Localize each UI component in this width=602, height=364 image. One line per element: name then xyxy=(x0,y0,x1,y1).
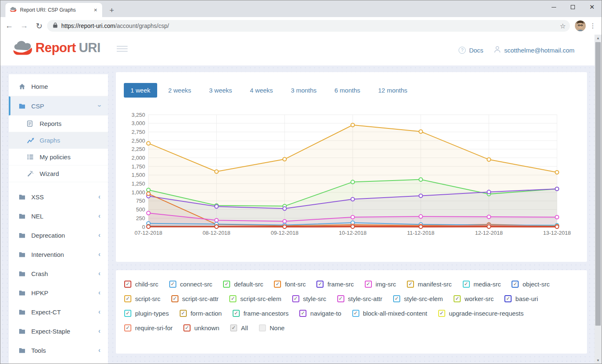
legend-item-default-src[interactable]: ✓default-src xyxy=(223,281,263,288)
tab-close-icon[interactable]: ✕ xyxy=(92,7,99,13)
checkbox-all[interactable]: ✓ xyxy=(230,324,237,331)
sidebar-item-home[interactable]: Home xyxy=(9,77,108,96)
checkbox-block-all-mixed-content[interactable]: ✓ xyxy=(352,310,359,317)
tab-3-months[interactable]: 3 months xyxy=(284,83,324,98)
checkbox-object-src[interactable]: ✓ xyxy=(512,281,519,288)
address-bar[interactable]: https://report-uri.com/account/graphs/cs… xyxy=(47,20,570,32)
legend-item-base-uri[interactable]: ✓base-uri xyxy=(504,295,538,302)
sidebar-item-tools[interactable]: Tools‹ xyxy=(9,341,108,360)
checkbox-unknown[interactable]: ✓ xyxy=(183,324,191,331)
legend-item-worker-src[interactable]: ✓worker-src xyxy=(454,295,494,302)
checkbox-script-src-attr[interactable]: ✓ xyxy=(171,295,178,302)
legend-item-unknown[interactable]: ✓unknown xyxy=(183,324,219,331)
window-maximize-button[interactable] xyxy=(563,0,582,14)
tab-1-week[interactable]: 1 week xyxy=(124,83,157,98)
sidebar-item-crash[interactable]: Crash‹ xyxy=(9,264,108,283)
legend-item-child-src[interactable]: ✓child-src xyxy=(124,281,158,288)
account-link[interactable]: scotthelme@hotmail.com xyxy=(494,46,574,54)
checkbox-manifest-src[interactable]: ✓ xyxy=(407,281,414,288)
window-close-button[interactable]: ✕ xyxy=(582,0,602,14)
checkbox-default-src[interactable]: ✓ xyxy=(223,281,230,288)
sidebar-item-deprecation[interactable]: Deprecation‹ xyxy=(9,226,108,245)
tab-6-months[interactable]: 6 months xyxy=(328,83,367,98)
legend-item-script-src-elem[interactable]: ✓script-src-elem xyxy=(229,295,281,302)
browser-tab[interactable]: Report URI: CSP Graphs ✕ xyxy=(5,3,102,17)
hamburger-menu-icon[interactable] xyxy=(117,46,128,53)
sidebar-item-intervention[interactable]: Intervention‹ xyxy=(9,245,108,264)
sidebar-item-reports[interactable]: Reports xyxy=(9,115,108,132)
docs-link[interactable]: ? Docs xyxy=(459,47,483,54)
checkbox-style-src[interactable]: ✓ xyxy=(292,295,299,302)
checkbox-style-src-elem[interactable]: ✓ xyxy=(393,295,400,302)
legend-item-font-src[interactable]: ✓font-src xyxy=(274,281,306,288)
sidebar-item-my-policies[interactable]: My policies xyxy=(9,149,108,166)
legend-item-script-src[interactable]: ✓script-src xyxy=(124,295,161,302)
checkbox-upgrade-insecure-requests[interactable]: ✓ xyxy=(438,310,445,317)
checkbox-plugin-types[interactable]: ✓ xyxy=(124,310,131,317)
legend-item-navigate-to[interactable]: ✓navigate-to xyxy=(299,310,341,317)
legend-item-style-src[interactable]: ✓style-src xyxy=(292,295,326,302)
checkbox-worker-src[interactable]: ✓ xyxy=(454,295,461,302)
sidebar-item-nel[interactable]: NEL‹ xyxy=(9,206,108,226)
checkbox-connect-src[interactable]: ✓ xyxy=(169,281,176,288)
legend-item-frame-ancestors[interactable]: ✓frame-ancestors xyxy=(233,310,288,317)
checkbox-navigate-to[interactable]: ✓ xyxy=(299,310,306,317)
checkbox-font-src[interactable]: ✓ xyxy=(274,281,281,288)
new-tab-button[interactable]: + xyxy=(106,5,117,16)
checkbox-form-action[interactable]: ✓ xyxy=(180,310,187,317)
sidebar-item-csp[interactable]: CSP› xyxy=(9,96,108,115)
sidebar-item-hpkp[interactable]: HPKP‹ xyxy=(9,283,108,302)
scrollbar-thumb[interactable] xyxy=(595,42,601,326)
legend-item-connect-src[interactable]: ✓connect-src xyxy=(169,281,213,288)
legend-item-img-src[interactable]: ✓img-src xyxy=(365,281,396,288)
legend-item-script-src-attr[interactable]: ✓script-src-attr xyxy=(171,295,219,302)
legend-item-none[interactable]: None xyxy=(259,324,285,331)
back-button[interactable]: ← xyxy=(3,20,15,32)
checkmark-icon: ✓ xyxy=(513,281,517,286)
legend-item-style-src-attr[interactable]: ✓style-src-attr xyxy=(337,295,383,302)
browser-menu-icon[interactable]: ⋮ xyxy=(587,20,598,31)
checkbox-img-src[interactable]: ✓ xyxy=(365,281,372,288)
legend-item-upgrade-insecure-requests[interactable]: ✓upgrade-insecure-requests xyxy=(438,310,524,317)
legend-label: style-src xyxy=(303,295,326,302)
checkbox-script-src-elem[interactable]: ✓ xyxy=(229,295,236,302)
checkbox-frame-src[interactable]: ✓ xyxy=(316,281,324,288)
checkbox-script-src[interactable]: ✓ xyxy=(124,295,131,302)
legend-item-all[interactable]: ✓All xyxy=(230,324,248,331)
scrollbar-down-arrow[interactable]: ▼ xyxy=(594,357,602,364)
checkbox-frame-ancestors[interactable]: ✓ xyxy=(233,310,240,317)
checkbox-style-src-attr[interactable]: ✓ xyxy=(337,295,344,302)
legend-item-frame-src[interactable]: ✓frame-src xyxy=(316,281,354,288)
legend-item-manifest-src[interactable]: ✓manifest-src xyxy=(407,281,452,288)
legend-item-require-sri-for[interactable]: ✓require-sri-for xyxy=(124,324,173,331)
forward-button[interactable]: → xyxy=(18,20,30,32)
bookmark-star-icon[interactable]: ☆ xyxy=(560,22,566,30)
legend-item-object-src[interactable]: ✓object-src xyxy=(512,281,549,288)
sidebar-item-expect-ct[interactable]: Expect-CT‹ xyxy=(9,302,108,321)
sidebar-item-graphs[interactable]: Graphs xyxy=(9,132,108,149)
sidebar-item-setup[interactable]: Setup xyxy=(9,360,108,364)
legend-item-media-src[interactable]: ✓media-src xyxy=(463,281,501,288)
profile-avatar[interactable] xyxy=(575,20,586,31)
checkbox-require-sri-for[interactable]: ✓ xyxy=(124,324,131,331)
checkbox-child-src[interactable]: ✓ xyxy=(124,281,131,288)
checkbox-media-src[interactable]: ✓ xyxy=(463,281,470,288)
window-minimize-button[interactable] xyxy=(544,0,563,14)
tab-12-months[interactable]: 12 months xyxy=(371,83,414,98)
tab-4-weeks[interactable]: 4 weeks xyxy=(243,83,280,98)
legend-item-block-all-mixed-content[interactable]: ✓block-all-mixed-content xyxy=(352,310,427,317)
legend-item-plugin-types[interactable]: ✓plugin-types xyxy=(124,310,169,317)
page-scrollbar[interactable]: ▲ ▼ xyxy=(594,35,602,364)
sidebar-item-wizard[interactable]: Wizard xyxy=(9,166,108,182)
legend-item-form-action[interactable]: ✓form-action xyxy=(180,310,222,317)
checkbox-base-uri[interactable]: ✓ xyxy=(504,295,512,302)
tab-3-weeks[interactable]: 3 weeks xyxy=(203,83,239,98)
legend-item-style-src-elem[interactable]: ✓style-src-elem xyxy=(393,295,443,302)
checkbox-none[interactable] xyxy=(259,324,266,331)
scrollbar-up-arrow[interactable]: ▲ xyxy=(594,35,602,41)
refresh-button[interactable]: ↻ xyxy=(33,20,45,32)
sidebar-item-expect-staple[interactable]: Expect-Staple‹ xyxy=(9,321,108,341)
tab-2-weeks[interactable]: 2 weeks xyxy=(162,83,198,98)
report-uri-logo[interactable]: ReportURI xyxy=(12,40,100,55)
sidebar-item-xss[interactable]: XSS‹ xyxy=(9,187,108,206)
